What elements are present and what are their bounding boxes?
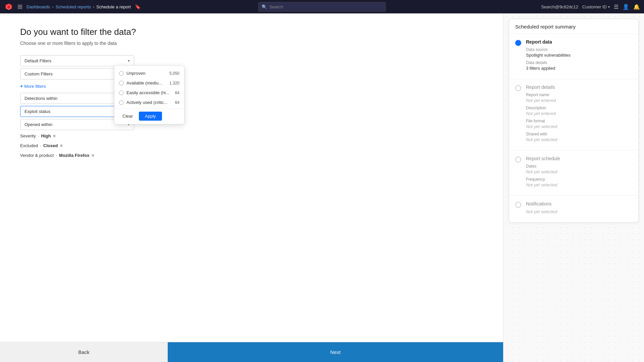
frequency-value: Not yet selected	[526, 182, 632, 187]
page-title: Do you want to filter the data?	[20, 27, 483, 37]
summary-section-notifications: Notifications Not yet selected	[509, 196, 638, 222]
breadcrumb-sep1: ›	[52, 4, 53, 9]
breadcrumb-current: Schedule a report	[96, 4, 131, 9]
top-navigation: ⊞ Dashboards › Scheduled reports › Sched…	[0, 0, 644, 13]
description-label: Description	[526, 106, 632, 110]
report-name-field: Report name Not yet entered	[526, 93, 632, 103]
next-button[interactable]: Next	[168, 342, 503, 362]
summary-section-report-details: Report details Report name Not yet enter…	[509, 79, 638, 150]
clear-button[interactable]: Clear	[119, 112, 136, 121]
customer-id-label: Customer ID	[582, 4, 607, 9]
menu-icon[interactable]: ☰	[614, 4, 619, 10]
breadcrumb-dashboards[interactable]: Dashboards	[26, 4, 50, 9]
summary-section-report-data: Report data Data source Spotlight vulner…	[509, 34, 638, 79]
notifications-content: Notifications Not yet selected	[526, 201, 632, 217]
svg-marker-0	[5, 3, 12, 10]
available-label: Available (mediu...	[126, 80, 167, 85]
step-dot-report-details	[515, 85, 521, 91]
dates-value: Not yet selected	[526, 169, 632, 174]
bookmark-icon[interactable]: 🔖	[135, 4, 141, 9]
user-icon[interactable]: 👤	[623, 4, 629, 10]
data-source-label: Data source	[526, 47, 632, 52]
file-format-label: File format	[526, 119, 632, 123]
notifications-title: Notifications	[526, 201, 632, 206]
severity-remove-button[interactable]: ✕	[53, 134, 56, 138]
severity-tag-value: High	[41, 133, 51, 138]
description-field: Description Not yet entered	[526, 106, 632, 116]
report-data-title: Report data	[526, 39, 632, 45]
frequency-label: Frequency	[526, 177, 632, 182]
exploit-status-popup: Unproven 5,050 Available (mediu... 1,320…	[114, 65, 184, 124]
user-display[interactable]: Search@9c82dc12	[541, 4, 578, 9]
bell-icon[interactable]: 🔔	[633, 4, 640, 10]
back-button[interactable]: Back	[0, 342, 168, 362]
severity-tag-separator: ·	[38, 133, 39, 138]
excluded-remove-button[interactable]: ✕	[60, 143, 63, 148]
step-dot-report-schedule	[515, 157, 521, 163]
topnav-right: Search@9c82dc12 Customer ID ▾ ☰ 👤 🔔	[541, 4, 640, 10]
data-details-field: Data details 3 filters applied	[526, 60, 632, 71]
unproven-radio[interactable]	[119, 71, 124, 76]
content-area: Do you want to filter the data? Choose o…	[0, 13, 503, 362]
default-filters-dropdown[interactable]: Default Filters ▾	[20, 55, 134, 66]
data-details-value: 3 filters applied	[526, 66, 632, 71]
severity-filter-tag: Severity · High ✕	[20, 132, 134, 140]
vendor-tag-separator: ·	[56, 153, 57, 158]
notifications-value: Not yet selected	[526, 209, 632, 214]
easily-accessible-label: Easily accessible (hi...	[126, 90, 172, 95]
dates-label: Dates	[526, 164, 632, 169]
page-subtitle: Choose one or more filters to apply to t…	[20, 41, 483, 46]
actively-used-radio[interactable]	[119, 100, 124, 105]
data-details-label: Data details	[526, 60, 632, 65]
vendor-remove-button[interactable]: ✕	[91, 153, 95, 158]
vendor-tag-value: Mozilla Firefox	[59, 153, 89, 158]
apply-button[interactable]: Apply	[139, 112, 162, 121]
summary-section-report-schedule: Report schedule Dates Not yet selected F…	[509, 150, 638, 196]
file-format-field: File format Not yet selected	[526, 119, 632, 129]
opened-within-label: Opened within	[24, 122, 52, 127]
actively-used-count: 64	[175, 100, 179, 105]
exploit-option-easily-accessible[interactable]: Easily accessible (hi... 64	[114, 88, 184, 98]
more-filters-label: More filters	[24, 84, 46, 89]
default-filters-label: Default Filters	[24, 58, 51, 63]
exploit-option-actively-used[interactable]: Actively used (critic... 64	[114, 98, 184, 107]
file-format-value: Not yet selected	[526, 124, 632, 129]
vendor-filter-tag: Vendor & product · Mozilla Firefox ✕	[20, 152, 134, 159]
data-source-value: Spotlight vulnerabilities	[526, 53, 632, 58]
easily-accessible-radio[interactable]	[119, 90, 124, 95]
search-bar: 🔍	[258, 2, 386, 12]
report-details-content: Report details Report name Not yet enter…	[526, 84, 632, 145]
main-layout: Do you want to filter the data? Choose o…	[0, 13, 644, 362]
excluded-tag-value: Closed	[43, 143, 58, 148]
summary-card: Scheduled report summary Report data Dat…	[509, 19, 639, 223]
exploit-option-available[interactable]: Available (mediu... 1,320	[114, 78, 184, 88]
exploit-status-label: Exploit status	[24, 109, 50, 114]
bottom-nav: Back Next	[0, 342, 503, 362]
dates-field: Dates Not yet selected	[526, 164, 632, 174]
description-value: Not yet entered	[526, 111, 632, 116]
report-name-value: Not yet entered	[526, 98, 632, 103]
report-schedule-title: Report schedule	[526, 156, 632, 161]
easily-accessible-count: 64	[175, 90, 179, 95]
grid-icon[interactable]: ⊞	[17, 3, 22, 10]
exploit-option-unproven[interactable]: Unproven 5,050	[114, 68, 184, 78]
excluded-tag-separator: ·	[40, 143, 41, 148]
plus-icon: +	[20, 83, 23, 89]
severity-tag-label: Severity	[20, 133, 36, 138]
unproven-label: Unproven	[126, 71, 167, 76]
step-dot-notifications	[515, 202, 521, 208]
available-radio[interactable]	[119, 81, 124, 85]
default-filters-chevron-icon: ▾	[128, 59, 130, 63]
notifications-field: Not yet selected	[526, 209, 632, 214]
excluded-tag-label: Excluded	[20, 143, 38, 148]
customer-id-selector[interactable]: Customer ID ▾	[582, 4, 610, 9]
excluded-filter-tag: Excluded · Closed ✕	[20, 142, 134, 149]
app-logo[interactable]	[4, 2, 13, 11]
breadcrumb-scheduled-reports[interactable]: Scheduled reports	[55, 4, 91, 9]
search-input[interactable]	[258, 2, 386, 12]
unproven-count: 5,050	[169, 71, 179, 76]
report-details-title: Report details	[526, 84, 632, 90]
vendor-tag-label: Vendor & product	[20, 153, 54, 158]
breadcrumb-sep2: ›	[93, 4, 94, 9]
customer-id-chevron-icon: ▾	[608, 5, 610, 9]
